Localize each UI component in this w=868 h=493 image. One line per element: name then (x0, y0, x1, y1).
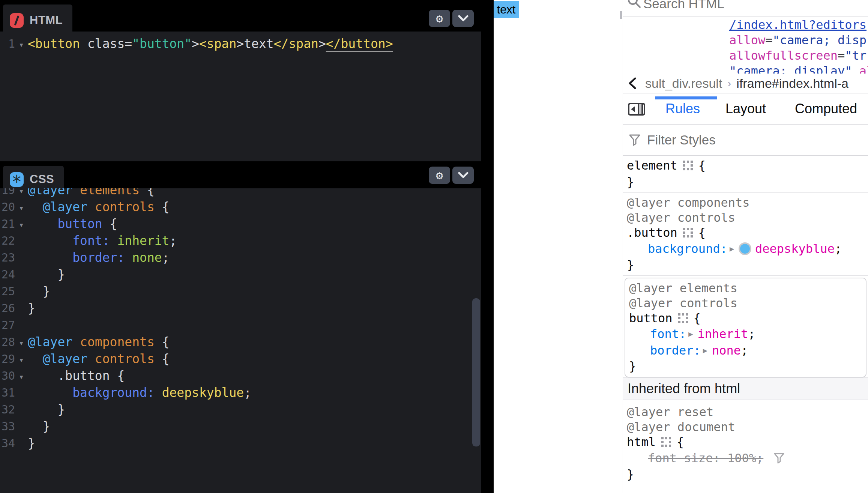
css-tab-label: CSS (30, 173, 54, 186)
css-line-29[interactable]: 29▾ @layer controls { (0, 350, 481, 367)
css-property[interactable]: background: (648, 242, 727, 256)
selector-highlighter-icon[interactable] (683, 227, 693, 238)
search-html-input[interactable]: Search HTML (643, 0, 724, 11)
fold-icon[interactable]: ▾ (15, 218, 28, 230)
markup-line[interactable]: allow="camera; disp (623, 32, 868, 48)
fold-icon[interactable]: ▾ (15, 188, 28, 196)
fold-icon[interactable]: ▾ (15, 201, 28, 213)
selector-highlighter-icon[interactable] (678, 313, 688, 323)
css-line-30[interactable]: 30▾ .button { (0, 367, 481, 384)
rule-selector[interactable]: button (629, 311, 673, 325)
css-settings-button[interactable]: ⚙ (429, 167, 450, 184)
sidebar-toggle-icon[interactable] (628, 102, 646, 116)
css-line-24[interactable]: 24 } (0, 266, 481, 283)
css-line-20[interactable]: 20▾ @layer controls { (0, 198, 481, 215)
src-link[interactable]: /index.html?editors (729, 18, 866, 32)
css-property[interactable]: border: (650, 343, 701, 358)
selector-highlighter-icon[interactable] (661, 437, 671, 447)
html-file-icon (10, 13, 24, 28)
html-panel-header: HTML ⚙ (0, 0, 481, 32)
css-collapse-button[interactable] (452, 167, 474, 184)
rule-selector[interactable]: html (627, 435, 656, 449)
css-code-area[interactable]: 19▾ @layer elements { 20▾ @layer control… (0, 188, 481, 493)
rule-selector[interactable]: element (627, 158, 677, 173)
css-editor-scrollbar[interactable] (472, 298, 480, 446)
gear-icon: ⚙ (436, 168, 443, 182)
css-line-27[interactable]: 27 (0, 317, 481, 334)
rendered-button-label: text (497, 3, 516, 17)
funnel-icon (628, 134, 641, 146)
tab-layout[interactable]: Layout (725, 101, 766, 117)
line-number: 28 (0, 335, 15, 349)
search-html-row[interactable]: Search HTML (623, 0, 868, 17)
line-number: 1 (0, 37, 15, 50)
css-line-21[interactable]: 21▾ button { (0, 215, 481, 232)
html-collapse-button[interactable] (452, 10, 474, 27)
tag-token: <button (28, 36, 80, 51)
css-line-26[interactable]: 26 } (0, 300, 481, 317)
asterisk-glyph: * (10, 172, 24, 187)
expand-arrow-icon[interactable]: ▶ (703, 346, 707, 355)
chevron-right-icon: › (727, 77, 731, 90)
markup-line[interactable]: /index.html?editors (623, 17, 868, 32)
overridden-declaration[interactable]: font-size: 100%; (648, 451, 763, 465)
codepen-with-devtools: HTML ⚙ 1 ▾ <button class="button"><span>… (0, 0, 868, 493)
rule-selector[interactable]: .button (627, 225, 677, 240)
color-swatch[interactable] (739, 242, 751, 255)
html-code-area[interactable]: 1 ▾ <button class="button"><span>text</s… (0, 32, 481, 161)
css-file-icon: * (10, 172, 24, 187)
tab-computed[interactable]: Computed (795, 101, 857, 117)
pane-splitter-handle[interactable] (620, 11, 622, 19)
markup-view[interactable]: /index.html?editors allow="camera; disp … (623, 17, 868, 74)
breadcrumb-item-parent[interactable]: sult_div.result (645, 76, 722, 91)
line-number: 30 (0, 369, 15, 382)
expand-arrow-icon[interactable]: ▶ (730, 244, 734, 253)
layer-label: @layer controls (627, 210, 735, 225)
css-value[interactable]: none (712, 343, 741, 358)
css-line-19[interactable]: 19▾ @layer elements { (0, 188, 481, 198)
rule-button-element: @layer elements @layer controls button {… (625, 278, 866, 377)
css-line-34[interactable]: 34 } (0, 435, 481, 452)
rendered-text-button[interactable]: text (494, 1, 519, 18)
html-settings-button[interactable]: ⚙ (429, 10, 450, 27)
search-icon (627, 0, 642, 9)
fold-icon[interactable]: ▾ (15, 353, 28, 365)
css-line-22[interactable]: 22 font: inherit; (0, 232, 481, 249)
tab-rules[interactable]: Rules (665, 101, 700, 117)
css-line-23[interactable]: 23 border: none; (0, 249, 481, 266)
css-value[interactable]: deepskyblue (755, 242, 835, 256)
html-code-line-1[interactable]: 1 ▾ <button class="button"><span>text</s… (0, 35, 481, 52)
line-number: 20 (0, 200, 15, 213)
line-number: 31 (0, 386, 15, 399)
slash-glyph (14, 15, 20, 25)
active-tab-indicator (655, 96, 717, 99)
filter-styles-row[interactable]: Filter Styles (623, 125, 868, 156)
css-line-31[interactable]: 31 background: deepskyblue; (0, 384, 481, 401)
markup-line[interactable]: allowfullscreen="tr (623, 48, 868, 63)
layer-label: @layer elements (629, 281, 737, 295)
css-line-32[interactable]: 32 } (0, 401, 481, 418)
css-line-33[interactable]: 33 } (0, 418, 481, 435)
rule-html: @layer reset @layer document html { font… (623, 400, 868, 487)
markup-line-clipped[interactable]: "camera; display" allowf (623, 63, 868, 74)
line-number: 21 (0, 217, 15, 230)
css-property[interactable]: font: (650, 327, 686, 341)
line-number: 26 (0, 302, 15, 315)
line-number: 27 (0, 319, 15, 332)
css-line-25[interactable]: 25 } (0, 283, 481, 300)
css-line-28[interactable]: 28▾ @layer components { (0, 334, 481, 350)
fold-icon[interactable]: ▾ (15, 370, 28, 382)
selector-highlighter-icon[interactable] (683, 160, 693, 171)
fold-icon[interactable]: ▾ (15, 38, 28, 50)
breadcrumb-item-current[interactable]: iframe#index.html-a (736, 76, 848, 91)
filter-styles-input[interactable]: Filter Styles (647, 132, 716, 147)
inherited-from-html-header: Inherited from html (623, 377, 868, 400)
fold-icon[interactable]: ▾ (15, 337, 28, 348)
preview-pane: text (494, 0, 623, 493)
line-number: 32 (0, 403, 15, 416)
overridden-filter-icon[interactable] (773, 452, 785, 464)
breadcrumb-back-button[interactable] (623, 74, 642, 93)
css-value[interactable]: inherit (697, 327, 748, 341)
expand-arrow-icon[interactable]: ▶ (688, 329, 693, 338)
line-number: 34 (0, 437, 15, 450)
